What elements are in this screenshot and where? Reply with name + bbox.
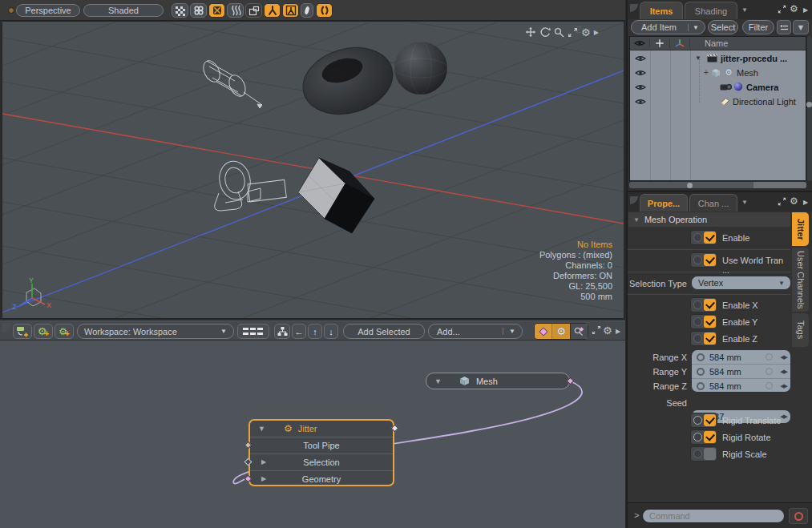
spinner-icon[interactable]: ◀▶	[780, 369, 787, 375]
item-row-camera[interactable]: Camera	[630, 80, 806, 95]
items-horizontal-scrollbar[interactable]	[629, 182, 806, 188]
mesh-node[interactable]: ▼ Mesh	[426, 373, 570, 389]
tab-overflow-icon[interactable]: ▼	[741, 199, 748, 206]
move-column-icon[interactable]	[650, 38, 670, 48]
select-button[interactable]: Select	[708, 20, 738, 34]
add-gear-circle-icon[interactable]: ⚙ +	[55, 324, 74, 339]
expand-plus-icon[interactable]: +	[704, 68, 709, 77]
jitter-row-geometry[interactable]: ▶ Geometry	[250, 470, 393, 486]
rotate-icon[interactable]	[539, 26, 551, 38]
schematic-maximize-icon[interactable]	[592, 325, 601, 335]
person-in-box-icon[interactable]	[282, 3, 299, 18]
filter-button[interactable]: Filter	[742, 20, 774, 34]
items-vertical-scrollbar[interactable]	[807, 36, 812, 181]
sphere-mesh[interactable]	[394, 42, 447, 95]
range-y-field[interactable]: 584 mm ◀▶	[692, 365, 790, 379]
3d-viewport[interactable]: Y X Z -Z ⚙ ▶ No Items Polygons : (mixed)…	[2, 21, 624, 319]
view-mode-dropdown[interactable]: Perspective	[16, 4, 80, 17]
schematic-canvas[interactable]: ▼ Mesh ▼ ⚙ Jitter Tool Pipe ▶	[0, 341, 625, 528]
item-row-mesh[interactable]: + ⚙ Mesh	[630, 66, 806, 80]
wireframe-cylinder[interactable]	[200, 58, 262, 108]
zoom-icon[interactable]	[554, 27, 564, 38]
add-workspace-icon[interactable]	[13, 324, 32, 339]
spinner-icon[interactable]: ◀▶	[780, 383, 787, 389]
side-tab-tags[interactable]: Tags	[792, 313, 809, 347]
node-collapse-icon[interactable]: ▼	[434, 377, 442, 385]
enable-checkbox[interactable]	[690, 230, 717, 245]
side-tab-jitter[interactable]: Jitter	[792, 212, 809, 246]
expand-arrow-icon[interactable]: ▶	[261, 475, 266, 482]
pink-diamond-toggle[interactable]	[535, 324, 551, 339]
node-collapse-icon[interactable]: ▼	[258, 425, 265, 433]
range-z-field[interactable]: 584 mm ◀▶	[692, 379, 790, 393]
arrow-left-icon[interactable]: ←	[292, 324, 306, 339]
person-icon[interactable]	[264, 3, 281, 18]
add-gear-icon[interactable]: ⚙ +	[34, 324, 53, 339]
spinner-icon[interactable]: ◀▶	[780, 413, 787, 420]
rigid-translate-checkbox[interactable]	[690, 413, 717, 428]
enable-y-checkbox[interactable]	[690, 314, 717, 329]
items-gear-icon[interactable]: ⚙	[790, 4, 798, 14]
gear-sparkle-toggle[interactable]: ⚙	[551, 324, 569, 339]
tab-properties[interactable]: Prope...	[640, 194, 688, 212]
double-paren-icon[interactable]	[316, 3, 333, 18]
scrollbar-knob[interactable]	[687, 183, 693, 188]
panel-corner-widget[interactable]	[2, 323, 11, 333]
add-item-dropdown[interactable]: Add Item ▼	[631, 20, 705, 34]
properties-more-icon[interactable]: ▶	[803, 199, 808, 206]
items-more-icon[interactable]: ▶	[803, 6, 808, 14]
arrow-down-icon[interactable]: ↓	[324, 324, 338, 339]
item-row-jitter-scene[interactable]: ▼ jitter-procedu ...	[630, 51, 806, 66]
item-row-directional-light[interactable]: Directional Light	[630, 95, 806, 109]
overlay-rect-icon[interactable]	[245, 3, 262, 18]
selection-type-dropdown[interactable]: Vertex ▼	[691, 276, 791, 290]
add-selected-button[interactable]: Add Selected	[343, 324, 425, 339]
thumb-widget-icon[interactable]	[8, 7, 14, 14]
thumb-shape-icon[interactable]	[301, 3, 313, 18]
tab-items[interactable]: Items	[640, 2, 683, 19]
collapse-icon[interactable]: ▼	[695, 54, 701, 62]
expand-arrow-icon[interactable]: ▶	[261, 458, 266, 466]
tree-view-icon[interactable]	[274, 324, 290, 339]
schematic-gear-icon[interactable]: ⚙	[603, 325, 612, 336]
command-input[interactable]	[642, 509, 785, 523]
add-dropdown[interactable]: Add... ▼	[428, 324, 523, 339]
viewport-more-icon[interactable]: ▶	[594, 29, 599, 36]
workspace-dropdown[interactable]: Workspace: Workspace ▼	[77, 324, 234, 339]
jitter-row-toolpipe[interactable]: Tool Pipe	[250, 437, 393, 453]
panel-corner-widget[interactable]	[630, 4, 638, 12]
section-collapse-icon[interactable]: ▼	[633, 216, 640, 224]
tab-channels[interactable]: Chan ...	[689, 194, 737, 212]
name-column-header[interactable]: Name	[690, 38, 728, 48]
schematic-more-icon[interactable]: ▶	[616, 328, 620, 335]
items-maximize-icon[interactable]	[778, 5, 786, 14]
jitter-row-selection[interactable]: ▶ Selection	[250, 453, 393, 470]
panel-corner-widget[interactable]	[630, 196, 638, 204]
scrollbar-knob[interactable]	[806, 102, 812, 107]
checkerboard-icon[interactable]	[172, 3, 188, 18]
enable-x-checkbox[interactable]	[690, 297, 717, 312]
spinner-icon[interactable]: ◀▶	[780, 354, 787, 361]
use-world-checkbox[interactable]	[690, 252, 717, 268]
tab-overflow-icon[interactable]: ▼	[741, 6, 748, 14]
filter-funnel-icon[interactable]: ▼	[793, 20, 809, 34]
filter-config-icon[interactable]	[777, 20, 791, 34]
range-x-field[interactable]: 584 mm ◀▶	[692, 350, 790, 365]
rigid-scale-checkbox[interactable]	[690, 446, 717, 461]
enable-z-checkbox[interactable]	[690, 331, 717, 346]
jitter-node-header[interactable]: ▼ ⚙ Jitter	[250, 421, 393, 437]
mesh-operation-header[interactable]: ▼ Mesh Operation	[628, 212, 790, 227]
wireframe-object[interactable]	[215, 159, 287, 211]
eye-column-icon[interactable]	[630, 39, 650, 47]
arrow-up-icon[interactable]: ↑	[308, 324, 322, 339]
shade-mode-dropdown[interactable]: Shaded	[83, 4, 164, 17]
torus-mesh[interactable]	[295, 38, 401, 124]
side-tab-user-channels[interactable]: User Channels	[792, 248, 809, 312]
jitter-node[interactable]: ▼ ⚙ Jitter Tool Pipe ▶ Selection ▶ Geome…	[248, 419, 394, 486]
pan-icon[interactable]	[525, 26, 536, 38]
rigid-rotate-checkbox[interactable]	[690, 429, 717, 445]
layout-grid-icon[interactable]	[237, 324, 269, 339]
tab-shading[interactable]: Shading	[685, 2, 737, 19]
selection-box-icon[interactable]	[208, 3, 225, 18]
properties-maximize-icon[interactable]	[778, 197, 786, 206]
